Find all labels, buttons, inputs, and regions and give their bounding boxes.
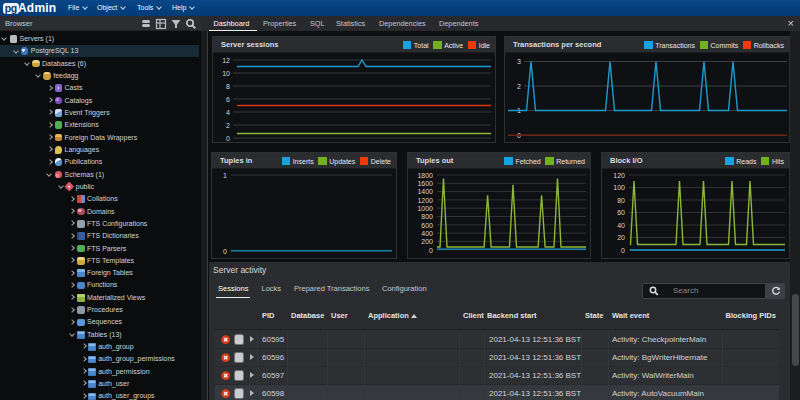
svg-text:0: 0 (226, 135, 230, 142)
svg-text:6: 6 (226, 96, 230, 103)
svg-text:20: 20 (617, 234, 625, 241)
svg-text:1: 1 (223, 172, 227, 179)
svg-text:400: 400 (421, 230, 433, 237)
svg-text:12: 12 (222, 57, 230, 64)
svg-text:600: 600 (421, 222, 433, 229)
svg-text:0: 0 (621, 247, 625, 254)
svg-text:40: 40 (617, 222, 625, 229)
svg-text:0: 0 (429, 247, 433, 254)
svg-text:1600: 1600 (417, 180, 433, 187)
svg-text:80: 80 (617, 197, 625, 204)
svg-text:1400: 1400 (417, 188, 433, 195)
svg-text:0: 0 (223, 248, 227, 255)
svg-text:8: 8 (226, 83, 230, 90)
svg-text:2: 2 (517, 83, 521, 90)
svg-text:800: 800 (421, 213, 433, 220)
svg-text:1200: 1200 (417, 197, 433, 204)
svg-text:60: 60 (617, 209, 625, 216)
svg-text:100: 100 (613, 184, 625, 191)
svg-text:1800: 1800 (417, 172, 433, 179)
svg-text:10: 10 (222, 70, 230, 77)
svg-text:200: 200 (421, 238, 433, 245)
svg-text:4: 4 (226, 109, 230, 116)
svg-text:2: 2 (226, 122, 230, 129)
svg-text:120: 120 (613, 172, 625, 179)
svg-text:3: 3 (517, 58, 521, 65)
svg-text:1000: 1000 (417, 205, 433, 212)
